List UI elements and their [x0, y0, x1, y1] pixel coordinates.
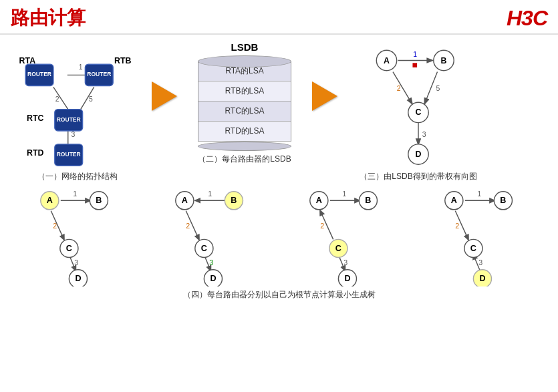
- svg-text:5: 5: [89, 95, 93, 103]
- svg-text:RTA: RTA: [19, 56, 36, 65]
- svg-text:3: 3: [422, 131, 426, 138]
- arrow-2: [305, 81, 345, 111]
- svg-text:1: 1: [477, 190, 481, 198]
- network-svg: 1 2 5 3 ROUTER RTA ROUTER RTB ROUTER RTC: [17, 41, 138, 168]
- svg-text:1: 1: [73, 190, 77, 198]
- svg-text:C: C: [335, 244, 341, 253]
- svg-text:3: 3: [478, 258, 482, 266]
- bottom-section: 1 2 3 A B C: [11, 186, 547, 301]
- svg-text:D: D: [416, 150, 422, 159]
- svg-text:A: A: [47, 196, 53, 205]
- lsdb-panel: LSDB RTA的LSA RTB的LSA RTC的LSA RTD的LSA （二）…: [184, 41, 305, 165]
- svg-text:B: B: [231, 196, 237, 205]
- network-panel: 1 2 5 3 ROUTER RTA ROUTER RTB ROUTER RTC: [11, 41, 144, 182]
- tree-svg-4: 1 2 3 A B C: [428, 186, 535, 286]
- svg-text:3: 3: [344, 258, 348, 266]
- svg-text:2: 2: [186, 222, 190, 230]
- svg-text:D: D: [210, 274, 216, 283]
- svg-text:2: 2: [53, 222, 57, 230]
- lsdb-cylinder: RTA的LSA RTB的LSA RTC的LSA RTD的LSA: [198, 55, 291, 151]
- svg-text:A: A: [316, 196, 322, 205]
- svg-text:5: 5: [436, 85, 440, 92]
- logo: H3C: [507, 6, 547, 31]
- graph-caption: （三）由LSDB得到的带权有向图: [345, 171, 492, 182]
- svg-text:2: 2: [455, 222, 459, 230]
- arrow-1: [144, 81, 184, 111]
- svg-text:B: B: [366, 196, 372, 205]
- svg-text:3: 3: [209, 258, 213, 266]
- svg-text:A: A: [181, 196, 187, 205]
- tree-panel-2: 1 2 3 A B C: [152, 186, 272, 286]
- svg-text:ROUTER: ROUTER: [57, 151, 81, 158]
- network-caption: （一）网络的拓扑结构: [11, 171, 144, 182]
- header: 路由计算 H3C: [0, 0, 558, 35]
- tree-panel-3: 1 2 3 A B C: [286, 186, 406, 286]
- svg-text:2: 2: [55, 95, 59, 103]
- lsdb-row-rtc: RTC的LSA: [198, 102, 291, 122]
- svg-text:C: C: [200, 244, 206, 253]
- svg-text:ROUTER: ROUTER: [27, 71, 51, 77]
- svg-text:ROUTER: ROUTER: [57, 116, 81, 123]
- network-diagram: 1 2 5 3 ROUTER RTA ROUTER RTB ROUTER RTC: [17, 41, 138, 168]
- svg-text:1: 1: [79, 63, 83, 71]
- arrow-icon-1: [152, 81, 177, 111]
- svg-rect-22: [412, 63, 417, 67]
- svg-text:2: 2: [321, 222, 325, 230]
- svg-text:B: B: [500, 196, 506, 205]
- svg-text:D: D: [75, 274, 81, 283]
- svg-text:B: B: [96, 196, 102, 205]
- svg-text:1: 1: [343, 190, 347, 198]
- lsdb-title: LSDB: [184, 41, 305, 53]
- svg-text:3: 3: [72, 131, 76, 138]
- lsdb-caption: （二）每台路由器的LSDB: [184, 154, 305, 165]
- svg-line-25: [425, 72, 438, 104]
- svg-text:2: 2: [397, 85, 401, 92]
- lsdb-row-rtb: RTB的LSA: [198, 81, 291, 102]
- lsdb-row-rtd: RTD的LSA: [198, 122, 291, 142]
- svg-text:D: D: [480, 274, 486, 283]
- page-title: 路由计算: [11, 5, 86, 31]
- svg-text:A: A: [451, 196, 457, 205]
- lsdb-bottom: [198, 142, 291, 151]
- trees-row: 1 2 3 A B C: [11, 186, 547, 286]
- svg-text:B: B: [441, 56, 447, 65]
- graph-panel: 1 2 5 3 A B C: [345, 41, 492, 182]
- lsdb-body: RTA的LSA RTB的LSA RTC的LSA RTD的LSA: [198, 61, 291, 142]
- tree-svg-1: 1 2 3 A B C: [23, 186, 130, 286]
- main-content: 1 2 5 3 ROUTER RTA ROUTER RTB ROUTER RTC: [0, 35, 558, 305]
- svg-line-23: [393, 72, 412, 104]
- svg-text:1: 1: [413, 51, 417, 58]
- svg-text:ROUTER: ROUTER: [87, 71, 111, 77]
- svg-text:1: 1: [208, 190, 212, 198]
- bottom-caption: （四）每台路由器分别以自己为根节点计算最小生成树: [11, 289, 547, 301]
- svg-text:3: 3: [74, 258, 78, 266]
- svg-text:RTD: RTD: [27, 148, 43, 158]
- tree-panel-4: 1 2 3 A B C: [421, 186, 541, 286]
- tree-svg-2: 1 2 3 A B C: [158, 186, 265, 286]
- svg-text:RTB: RTB: [114, 56, 131, 65]
- arrow-icon-2: [312, 81, 337, 111]
- svg-text:C: C: [470, 244, 476, 253]
- svg-text:A: A: [384, 56, 390, 65]
- lsdb-top: [198, 55, 291, 67]
- tree-panel-1: 1 2 3 A B C: [17, 186, 137, 286]
- graph-svg: 1 2 5 3 A B C: [352, 41, 485, 168]
- tree-svg-3: 1 2 3 A B C: [293, 186, 400, 286]
- top-section: 1 2 5 3 ROUTER RTA ROUTER RTB ROUTER RTC: [11, 41, 547, 182]
- svg-text:D: D: [345, 274, 351, 283]
- svg-text:RTC: RTC: [27, 114, 43, 123]
- svg-text:C: C: [416, 108, 422, 117]
- svg-text:C: C: [66, 244, 72, 253]
